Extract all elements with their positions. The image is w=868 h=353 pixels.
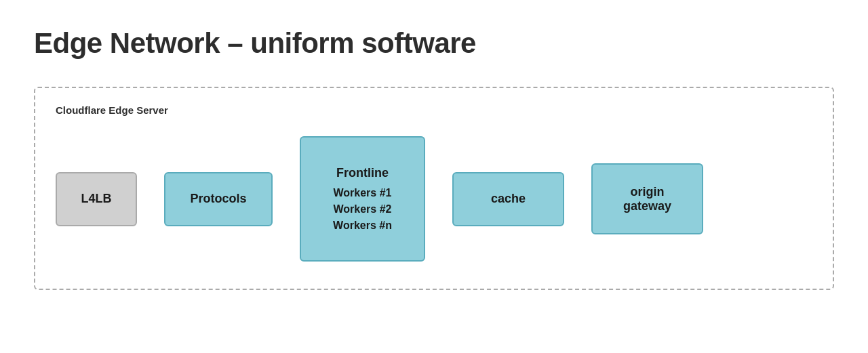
origin-gateway-line2: gateway [623,199,671,213]
components-row: L4LB Protocols Frontline Workers #1 Work… [56,136,812,262]
l4lb-box: L4LB [56,172,137,226]
workers-2-label: Workers #2 [334,203,392,215]
edge-server-container: Cloudflare Edge Server L4LB Protocols Fr… [34,87,834,290]
cache-box: cache [452,172,564,226]
origin-gateway-line1: origin [631,185,665,199]
edge-server-label: Cloudflare Edge Server [56,104,812,116]
frontline-title: Frontline [336,166,389,180]
workers-1-label: Workers #1 [334,187,392,199]
protocols-box: Protocols [164,172,273,226]
origin-gateway-box: origin gateway [591,163,703,234]
page-title: Edge Network – uniform software [34,27,834,60]
workers-n-label: Workers #n [333,220,392,232]
frontline-box: Frontline Workers #1 Workers #2 Workers … [300,136,425,262]
